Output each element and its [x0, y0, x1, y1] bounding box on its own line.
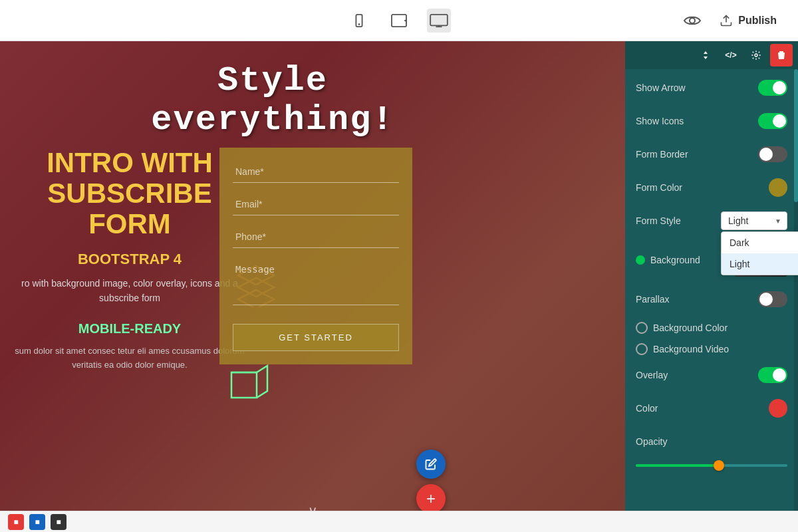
- overlay-toggle[interactable]: [758, 367, 787, 383]
- color-swatch[interactable]: [769, 399, 787, 418]
- side-panel: </> Show Arrow: [625, 41, 798, 532]
- bottom-icon-2[interactable]: ■: [29, 514, 45, 530]
- show-arrow-toggle[interactable]: [758, 80, 787, 96]
- code-tool-button[interactable]: </>: [720, 44, 742, 66]
- top-bar: Publish: [0, 0, 798, 41]
- name-input[interactable]: [233, 161, 399, 183]
- slider-thumb[interactable]: [714, 460, 724, 471]
- panel-scrollbar[interactable]: [794, 69, 798, 532]
- form-style-label: Form Style: [636, 215, 721, 226]
- form-style-dropdown-menu: Dark Light: [721, 231, 798, 275]
- slider-fill: [636, 464, 719, 467]
- panel-toolbar: </>: [625, 41, 798, 69]
- desktop-view-button[interactable]: [427, 9, 451, 33]
- description: ro with background image, color overlay,…: [7, 276, 253, 306]
- parallax-label: Parallax: [636, 294, 758, 305]
- dropdown-option-dark[interactable]: Dark: [722, 232, 798, 253]
- bg-video-row: Background Video: [636, 343, 787, 355]
- bottom-icon-3[interactable]: ■: [51, 514, 66, 530]
- bg-color-label: Background Color: [653, 323, 728, 333]
- svg-rect-4: [430, 14, 448, 25]
- bg-color-radio[interactable]: [636, 322, 648, 334]
- show-icons-label: Show Icons: [636, 116, 758, 126]
- panel-content: Show Arrow Show Icons Form Border: [625, 69, 798, 532]
- show-arrow-row: Show Arrow: [636, 77, 787, 98]
- preview-button[interactable]: [684, 15, 701, 27]
- tablet-view-button[interactable]: [387, 9, 411, 33]
- opacity-row: Opacity: [636, 431, 787, 452]
- overlay-row: Overlay: [636, 364, 787, 386]
- bottom-icon-1[interactable]: ■: [8, 514, 24, 530]
- bg-video-radio[interactable]: [636, 343, 648, 355]
- svg-rect-2: [392, 14, 406, 26]
- sort-tool-button[interactable]: [694, 44, 717, 66]
- main-area: Style everything! INTRO WITH SUBSCRIBE F…: [0, 41, 798, 532]
- parallax-toggle[interactable]: [758, 291, 787, 307]
- bootstrap-label: BOOTSTRAP 4: [7, 251, 253, 268]
- edit-float-button[interactable]: [416, 450, 446, 479]
- form-border-label: Form Border: [636, 149, 758, 160]
- overlay-label: Overlay: [636, 370, 758, 380]
- mobile-view-button[interactable]: [347, 9, 371, 33]
- form-color-row: Form Color: [636, 177, 787, 198]
- opacity-slider[interactable]: [636, 464, 787, 467]
- form-color-label: Form Color: [636, 182, 769, 193]
- svg-rect-12: [231, 372, 257, 398]
- bg-video-label: Background Video: [653, 344, 729, 354]
- publish-label: Publish: [738, 15, 777, 27]
- form-style-row: Form Style Light Dark Light: [636, 210, 787, 231]
- bottom-bar: ■ ■ ■: [0, 511, 798, 532]
- show-icons-row: Show Icons: [636, 110, 787, 132]
- parallax-row: Parallax: [636, 289, 787, 310]
- get-started-button[interactable]: GET STARTED: [233, 324, 399, 351]
- subscribe-form: GET STARTED: [219, 148, 412, 364]
- show-icons-toggle[interactable]: [758, 113, 787, 129]
- svg-point-7: [690, 18, 695, 23]
- form-style-dropdown-btn[interactable]: Light: [721, 211, 787, 230]
- box-icon: [226, 360, 273, 407]
- intro-title: INTRO WITH SUBSCRIBE FORM: [7, 148, 253, 240]
- message-input[interactable]: [233, 259, 399, 305]
- svg-point-14: [755, 54, 757, 57]
- add-float-button[interactable]: +: [416, 484, 446, 513]
- color-row: Color: [636, 398, 787, 419]
- delete-tool-button[interactable]: [770, 44, 793, 66]
- mobile-ready-label: MOBILE-READY: [7, 321, 253, 336]
- phone-input[interactable]: [233, 226, 399, 248]
- form-color-swatch[interactable]: [769, 178, 787, 197]
- form-style-dropdown[interactable]: Light Dark Light: [721, 211, 787, 230]
- canvas-left-content: INTRO WITH SUBSCRIBE FORM BOOTSTRAP 4 ro…: [7, 148, 253, 372]
- gear-tool-button[interactable]: [745, 44, 767, 66]
- show-arrow-label: Show Arrow: [636, 82, 758, 93]
- email-input[interactable]: [233, 194, 399, 215]
- top-bar-right: Publish: [684, 9, 785, 33]
- form-border-row: Form Border: [636, 144, 787, 165]
- panel-scrollbar-thumb[interactable]: [794, 69, 798, 202]
- canvas-headline: Style everything!: [133, 61, 412, 140]
- bg-color-row: Background Color: [636, 322, 787, 334]
- slider-track[interactable]: [636, 464, 787, 467]
- mobile-desc: sum dolor sit amet consec tetur eli ames…: [7, 344, 253, 372]
- dropdown-option-light[interactable]: Light: [722, 253, 798, 275]
- opacity-label: Opacity: [636, 436, 787, 447]
- device-switcher: [347, 9, 451, 33]
- background-toggle[interactable]: [636, 255, 645, 265]
- canvas: Style everything! INTRO WITH SUBSCRIBE F…: [0, 41, 625, 532]
- form-border-toggle[interactable]: [758, 146, 787, 162]
- publish-button[interactable]: Publish: [712, 9, 785, 33]
- color-label: Color: [636, 403, 769, 414]
